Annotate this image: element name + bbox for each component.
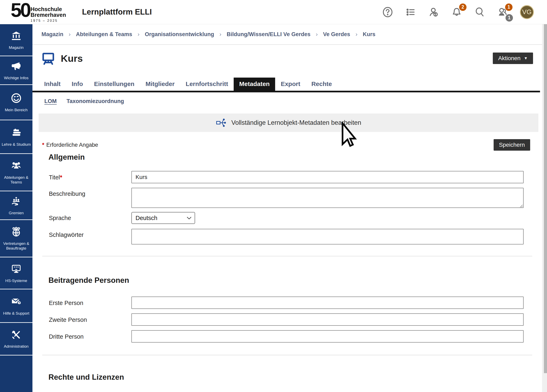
required-asterisk: * [60,174,62,181]
chevron-separator: › [137,31,139,38]
sidebar-item-label: Abteilungen & Teams [1,175,32,185]
tab-export[interactable]: Export [275,78,306,91]
main-content: Magazin › Abteilungen & Teams › Organisa… [33,24,542,392]
sidebar-item-vertretungen[interactable]: Vertretungen & Beauftragte [0,220,33,257]
field-label: Schlagwörter [49,229,131,238]
monitor-icon [10,263,22,276]
field-row-dritte-person: Dritte Person [49,330,524,343]
form-toolbar: *Erforderliche Angabe Speichern [42,139,530,151]
field-label: Dritte Person [49,330,131,340]
sidebar-item-wichtige-infos[interactable]: Wichtige Infos [0,56,33,85]
svg-text:?: ? [18,301,20,304]
sidebar-item-label: HS-Systeme [5,278,27,283]
sidebar-item-label: Gremien [9,210,24,216]
contacts-badge: 1 [505,3,513,11]
section-divider [42,355,532,355]
zweite-person-input[interactable] [131,313,524,326]
globe-people-icon [10,226,22,239]
erste-person-input[interactable] [131,297,524,309]
subtab-lom[interactable]: LOM [44,98,57,104]
aktionen-button[interactable]: Aktionen ▼ [493,53,533,64]
sidebar-item-mein-bereich[interactable]: Mein Bereich [0,85,33,120]
breadcrumb-item[interactable]: Abteilungen & Teams [76,31,132,38]
section-divider [42,256,532,256]
tools-icon [10,329,22,342]
subtab-bar: LOM Taxonomiezuordnung [44,98,542,104]
sidebar-item-label: Wichtige Infos [4,75,28,81]
sidebar-item-gremien[interactable]: Gremien [0,191,33,220]
user-status-icon[interactable] [428,6,439,18]
sidebar-item-hs-systeme[interactable]: HS-Systeme [0,257,33,289]
metadata-hub-icon [216,117,226,128]
tab-rechte[interactable]: Rechte [306,78,337,91]
logo-50-text: 50 [11,1,30,19]
sidebar-item-magazin[interactable]: Magazin [0,24,33,56]
sidebar-item-lehre-studium[interactable]: Lehre & Studium [0,120,33,154]
app-root: { "header": { "logo": { "number": "50", … [0,0,547,392]
header-icon-bar: 2 1 1 VG [382,5,534,19]
required-note: *Erforderliche Angabe [42,142,98,148]
books-icon [10,127,22,140]
university-logo[interactable]: 50 Hochschule Bremerhaven 1975 – 2025 [11,1,66,23]
bank-icon [10,30,22,43]
tab-mitglieder[interactable]: Mitglieder [140,78,180,91]
sidebar-item-abteilungen-teams[interactable]: Abteilungen & Teams [0,154,33,191]
logo-line1: Hochschule [31,6,66,12]
breadcrumb-item[interactable]: Magazin [41,31,63,38]
field-label: Erste Person [49,297,131,306]
edit-full-metadata-banner[interactable]: Vollständige Lernobjekt-Metadaten bearbe… [39,114,538,132]
caret-down-icon: ▼ [524,56,528,61]
field-row-erste-person: Erste Person [49,297,524,309]
page-title-row: Kurs Aktionen ▼ [41,51,533,66]
contacts-secondary-badge: 1 [506,14,513,21]
sidebar-item-administration[interactable]: Administration [0,323,33,355]
sidebar-item-label: Hilfe & Support [3,311,29,316]
contacts-icon[interactable]: 1 1 [497,6,508,18]
breadcrumb-item[interactable]: Kurs [363,31,376,38]
vertical-scrollbar[interactable] [542,24,547,392]
tab-einstellungen[interactable]: Einstellungen [89,78,140,91]
list-menu-icon[interactable] [405,6,417,18]
breadcrumb-item[interactable]: Ve Gerdes [323,31,350,38]
main-sidebar: Magazin Wichtige Infos Mein Bereich Lehr… [0,24,33,392]
tab-lernfortschritt[interactable]: Lernfortschritt [180,78,234,91]
chevron-separator: › [316,31,318,38]
sidebar-item-label: Magazin [9,45,24,50]
search-icon[interactable] [474,6,485,18]
scrollbar-thumb[interactable] [544,24,547,373]
sidebar-item-label: Administration [4,344,28,349]
app-title: Lernplattform ELLI [82,7,152,16]
field-label: Beschreibung [49,188,131,197]
sidebar-item-label: Vertretungen & Beauftragte [1,241,32,251]
group-icon [10,160,22,173]
sidebar-item-hilfe-support[interactable]: ? Hilfe & Support [0,289,33,323]
user-avatar[interactable]: VG [520,5,534,19]
section-heading-allgemein: Allgemein [48,153,542,162]
field-label: Sprache [49,212,131,222]
dritte-person-input[interactable] [131,330,524,343]
tab-inhalt[interactable]: Inhalt [39,78,66,91]
speichern-button[interactable]: Speichern [494,139,530,151]
notifications-badge: 2 [459,3,466,11]
section-heading-beitragende: Beitragende Personen [48,276,542,285]
tab-metadaten[interactable]: Metadaten [234,78,275,91]
help-icon[interactable] [382,6,393,18]
schlagwoerter-input[interactable] [131,229,524,244]
field-row-titel: Titel* [49,171,524,183]
tab-info[interactable]: Info [66,78,89,91]
chevron-separator: › [219,31,221,38]
breadcrumb-item[interactable]: Organisationsentwicklung [145,31,214,38]
sidebar-item-label: Lehre & Studium [2,142,31,147]
titel-input[interactable] [131,171,524,183]
field-row-schlagwoerter: Schlagwörter [49,229,524,244]
field-row-beschreibung: Beschreibung [49,188,524,209]
breadcrumb-item[interactable]: Bildung/Wissen/ELLI Ve Gerdes [227,31,310,38]
logo-line2: Bremerhaven [31,12,66,18]
subtab-taxonomiezuordnung[interactable]: Taxonomiezuordnung [67,98,124,104]
sidebar-item-label: Mein Bereich [5,108,28,113]
banner-label: Vollständige Lernobjekt-Metadaten bearbe… [231,119,361,126]
notifications-bell-icon[interactable]: 2 [451,6,462,18]
sprache-select[interactable]: Deutsch [131,212,195,224]
required-asterisk: * [42,142,44,148]
beschreibung-textarea[interactable] [131,188,524,208]
